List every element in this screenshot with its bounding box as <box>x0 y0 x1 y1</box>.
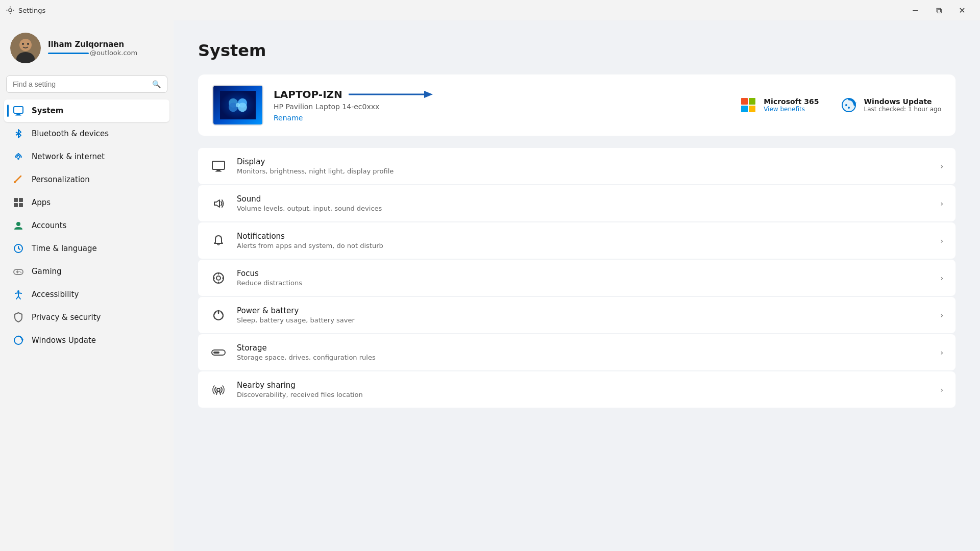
sidebar-item-update[interactable]: Windows Update <box>4 329 169 352</box>
microsoft365-action[interactable]: Microsoft 365 View benefits <box>739 96 819 114</box>
settings-item-display[interactable]: Display Monitors, brightness, night ligh… <box>198 148 955 184</box>
nearby-chevron: › <box>940 386 943 394</box>
settings-item-sound[interactable]: Sound Volume levels, output, input, soun… <box>198 185 955 221</box>
storage-desc: Storage space, drives, configuration rul… <box>237 354 930 361</box>
settings-item-notifications[interactable]: Notifications Alerts from apps and syste… <box>198 222 955 259</box>
svg-point-1 <box>10 7 11 8</box>
sidebar-item-label-accounts: Accounts <box>32 221 66 230</box>
ms-green <box>749 98 755 105</box>
update-icon <box>12 334 24 346</box>
sidebar-item-privacy[interactable]: Privacy & security <box>4 306 169 329</box>
display-desc: Monitors, brightness, night light, displ… <box>237 167 930 175</box>
svg-point-4 <box>13 10 14 11</box>
settings-list: Display Monitors, brightness, night ligh… <box>198 148 955 408</box>
search-box[interactable]: 🔍 <box>6 76 167 93</box>
sound-icon <box>210 195 227 212</box>
microsoft365-sub[interactable]: View benefits <box>764 106 819 113</box>
svg-marker-35 <box>424 91 433 98</box>
storage-text: Storage Storage space, drives, configura… <box>237 343 930 361</box>
sidebar-item-apps[interactable]: Apps <box>4 191 169 214</box>
svg-point-23 <box>19 271 20 272</box>
maximize-button[interactable]: ⧉ <box>927 2 950 18</box>
svg-rect-18 <box>14 203 18 207</box>
sound-title: Sound <box>237 194 930 204</box>
user-profile[interactable]: Ilham Zulqornaen @outlook.com <box>0 24 174 73</box>
power-chevron: › <box>940 311 943 319</box>
svg-point-20 <box>16 222 20 226</box>
focus-icon <box>210 270 227 286</box>
avatar <box>10 33 41 63</box>
quick-actions: Microsoft 365 View benefits <box>739 96 941 114</box>
sidebar-item-label-accessibility: Accessibility <box>32 290 79 299</box>
power-desc: Sleep, battery usage, battery saver <box>237 316 930 324</box>
search-container: 🔍 <box>0 73 174 99</box>
svg-point-2 <box>10 13 11 14</box>
minimize-button[interactable]: − <box>903 2 927 18</box>
power-icon <box>210 307 227 323</box>
notifications-chevron: › <box>940 237 943 245</box>
svg-point-10 <box>27 43 29 45</box>
svg-point-0 <box>9 9 12 12</box>
notifications-icon <box>210 233 227 249</box>
time-icon <box>12 242 24 255</box>
sidebar-item-label-system: System <box>32 106 63 115</box>
titlebar-controls: − ⧉ ✕ <box>903 2 974 18</box>
user-email: @outlook.com <box>90 49 137 57</box>
svg-point-24 <box>20 272 21 273</box>
settings-item-nearby[interactable]: Nearby sharing Discoverability, received… <box>198 371 955 408</box>
nav-list: System Bluetooth & devices Network & int… <box>0 99 174 352</box>
sidebar-item-label-gaming: Gaming <box>32 267 62 276</box>
sidebar-item-label-personalization: Personalization <box>32 175 90 184</box>
svg-point-44 <box>216 276 220 280</box>
device-card: LAPTOP-IZN HP Pavilion Laptop 14-ec0xxx … <box>198 74 955 136</box>
svg-marker-27 <box>21 339 24 340</box>
svg-rect-19 <box>19 203 23 207</box>
rename-link[interactable]: Rename <box>274 114 303 122</box>
settings-item-power[interactable]: Power & battery Sleep, battery usage, ba… <box>198 297 955 333</box>
sound-chevron: › <box>940 199 943 208</box>
svg-rect-11 <box>14 107 23 113</box>
sidebar-item-bluetooth[interactable]: Bluetooth & devices <box>4 122 169 145</box>
sidebar-item-accounts[interactable]: Accounts <box>4 214 169 237</box>
gaming-icon <box>12 265 24 278</box>
accessibility-icon <box>12 288 24 300</box>
sidebar-item-label-apps: Apps <box>32 198 51 207</box>
storage-title: Storage <box>237 343 930 353</box>
sidebar-item-accessibility[interactable]: Accessibility <box>4 283 169 306</box>
notifications-desc: Alerts from apps and system, do not dist… <box>237 242 930 249</box>
focus-text: Focus Reduce distractions <box>237 269 930 287</box>
sidebar-item-label-network: Network & internet <box>32 152 105 161</box>
windows-update-title: Windows Update <box>864 97 941 106</box>
display-icon <box>210 158 227 174</box>
settings-item-focus[interactable]: Focus Reduce distractions › <box>198 260 955 296</box>
apps-icon <box>12 196 24 209</box>
bluetooth-icon <box>12 128 24 140</box>
sidebar-item-personalization[interactable]: Personalization <box>4 168 169 191</box>
close-button[interactable]: ✕ <box>950 2 974 18</box>
svg-point-3 <box>7 10 8 11</box>
accounts-icon <box>12 219 24 232</box>
personalization-icon <box>12 173 24 186</box>
svg-rect-42 <box>215 171 222 172</box>
sidebar-item-time[interactable]: Time & language <box>4 237 169 260</box>
device-name-text: LAPTOP-IZN <box>274 88 342 101</box>
sidebar-item-network[interactable]: Network & internet <box>4 145 169 168</box>
device-info: LAPTOP-IZN HP Pavilion Laptop 14-ec0xxx … <box>274 88 729 122</box>
display-text: Display Monitors, brightness, night ligh… <box>237 157 930 175</box>
sidebar-item-system[interactable]: System <box>4 99 169 122</box>
nearby-title: Nearby sharing <box>237 381 930 390</box>
settings-item-storage[interactable]: Storage Storage space, drives, configura… <box>198 334 955 370</box>
main-container: Ilham Zulqornaen @outlook.com 🔍 Syste <box>0 20 980 551</box>
titlebar: Settings − ⧉ ✕ <box>0 0 980 20</box>
network-icon <box>12 151 24 163</box>
windows-update-text: Windows Update Last checked: 1 hour ago <box>864 97 941 113</box>
sidebar-item-gaming[interactable]: Gaming <box>4 260 169 283</box>
svg-point-39 <box>848 107 850 109</box>
search-input[interactable] <box>13 80 148 88</box>
display-title: Display <box>237 157 930 166</box>
nearby-text: Nearby sharing Discoverability, received… <box>237 381 930 398</box>
sidebar: Ilham Zulqornaen @outlook.com 🔍 Syste <box>0 20 174 551</box>
windows-update-action[interactable]: Windows Update Last checked: 1 hour ago <box>840 96 941 114</box>
sidebar-item-label-update: Windows Update <box>32 336 96 345</box>
sidebar-item-label-privacy: Privacy & security <box>32 313 101 322</box>
